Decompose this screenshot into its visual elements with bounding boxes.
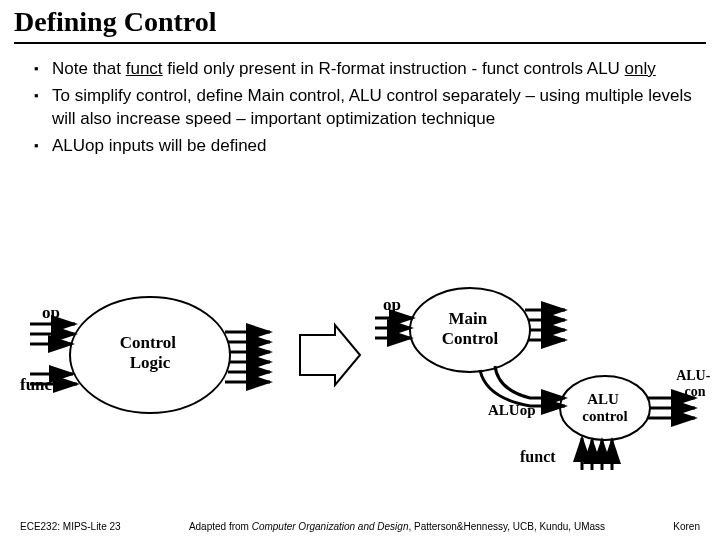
bullet-1-text-b: field only present in R-format instructi… xyxy=(163,59,625,78)
main-control-text: Main Control xyxy=(442,309,499,348)
control-logic-text: Control Logic xyxy=(120,333,181,372)
bullet-1: Note that funct field only present in R-… xyxy=(34,58,696,81)
right-op-label: op xyxy=(383,295,401,314)
bullet-2: To simplify control, define Main control… xyxy=(34,85,696,131)
bullet-1-text-a: Note that xyxy=(52,59,126,78)
alu-control-text: ALU control xyxy=(582,391,628,424)
footer-right: Koren xyxy=(673,521,700,532)
footer: ECE232: MIPS-Lite 23 Adapted from Comput… xyxy=(0,521,720,532)
aluop-line-2 xyxy=(480,370,565,406)
block-arrow-icon xyxy=(300,325,360,385)
bullet-3: ALUop inputs will be defined xyxy=(34,135,696,158)
bullet-3-text: ALUop inputs will be defined xyxy=(52,136,267,155)
diagram: op funct op ALUop funct ALU- con xyxy=(0,280,720,490)
bullet-list: Note that funct field only present in R-… xyxy=(0,44,720,158)
title-bar: Defining Control xyxy=(0,0,720,40)
right-funct-label: funct xyxy=(520,448,556,465)
aluop-label: ALUop xyxy=(488,402,536,418)
bullet-2-text: To simplify control, define Main control… xyxy=(52,86,692,128)
footer-mid: Adapted from Computer Organization and D… xyxy=(189,521,605,532)
bullet-1-underline-b: only xyxy=(625,59,656,78)
alucon-label-1: ALU- con xyxy=(676,368,714,399)
footer-left: ECE232: MIPS-Lite 23 xyxy=(20,521,121,532)
page-title: Defining Control xyxy=(14,6,217,37)
left-op-label: op xyxy=(42,303,60,322)
aluop-line-1 xyxy=(495,366,565,398)
bullet-1-underline-a: funct xyxy=(126,59,163,78)
